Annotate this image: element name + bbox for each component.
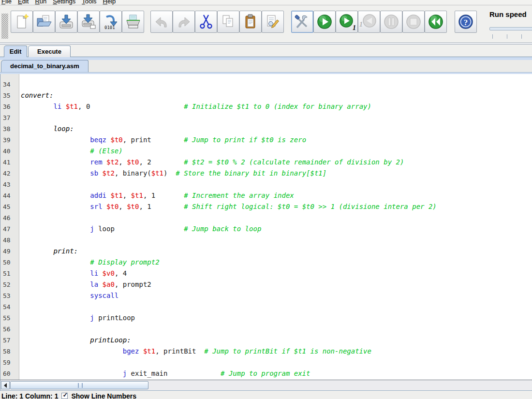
open-button[interactable]	[33, 11, 55, 33]
run-speed-slider[interactable]	[489, 27, 532, 30]
slider-tick	[492, 34, 493, 39]
backstep-badge: 1	[359, 21, 363, 29]
file-tab-decimal-to-binary[interactable]: decimal_to_binary.asm	[1, 60, 89, 72]
code-line: 47 j loop # Jump back to loop	[0, 223, 532, 235]
redo-button	[173, 11, 195, 33]
code-line: 60 j exit_main # Jump to program exit	[0, 368, 532, 379]
line-number: 47	[0, 223, 19, 235]
code-line: 35convert:	[0, 90, 532, 101]
line-number: 60	[0, 368, 19, 379]
code-line: 46	[0, 212, 532, 223]
cut-button[interactable]	[195, 11, 217, 33]
scroll-left-arrow[interactable]	[1, 381, 10, 389]
toolbar-drag-handle[interactable]	[1, 14, 8, 39]
scrollbar-grip-icon	[78, 383, 83, 388]
main-tab-bar: Edit Execute	[0, 45, 532, 57]
line-number: 54	[0, 301, 19, 312]
code-line: 48	[0, 235, 532, 246]
tab-execute[interactable]: Execute	[28, 45, 71, 57]
print-button[interactable]	[122, 11, 144, 33]
horizontal-scrollbar[interactable]	[0, 380, 532, 391]
code-line: 59	[0, 357, 532, 368]
dump-memory-button[interactable]: 0101	[100, 11, 122, 33]
status-bar: Line: 1 Column: 1 ✓ Show Line Numbers	[0, 391, 532, 399]
line-number: 58	[0, 346, 19, 357]
run-speed-label: Run speed	[489, 10, 532, 18]
save-button[interactable]	[55, 11, 77, 33]
code-line: 40 # (Else)	[0, 146, 532, 157]
menu-file[interactable]: File	[1, 0, 12, 5]
code-lines: 3435convert:36 li $t1, 0 # Initialize $t…	[0, 79, 532, 379]
scrollbar-thumb[interactable]	[10, 381, 148, 389]
line-number: 46	[0, 212, 19, 223]
line-number: 49	[0, 246, 19, 257]
code-line: 43	[0, 179, 532, 190]
line-number: 36	[0, 101, 19, 112]
menu-settings[interactable]: Settings	[53, 0, 75, 5]
code-line: 39 beqz $t0, print # Jump to print if $t…	[0, 134, 532, 146]
line-number: 59	[0, 357, 19, 368]
toolbar: 010111? Run speed	[0, 5, 532, 43]
paste-button[interactable]	[239, 11, 262, 33]
toolbar-separator	[0, 43, 532, 44]
line-number: 42	[0, 168, 19, 179]
menu-tools[interactable]: Tools	[82, 0, 96, 5]
left-triangle-icon	[4, 383, 7, 388]
show-line-numbers-checkbox[interactable]: ✓	[61, 393, 68, 399]
copy-button[interactable]	[217, 11, 239, 33]
find-replace-button[interactable]	[262, 11, 284, 33]
code-line: 45 srl $t0, $t0, 1 # Shift right logical…	[0, 201, 532, 212]
new-button[interactable]	[11, 11, 33, 33]
code-line: 54	[0, 301, 532, 312]
run-button[interactable]	[313, 11, 336, 33]
code-line: 51 li $v0, 4	[0, 268, 532, 279]
line-number: 48	[0, 235, 19, 246]
menu-run[interactable]: Run	[35, 0, 46, 5]
line-number: 55	[0, 312, 19, 324]
assemble-button[interactable]	[291, 11, 313, 33]
menu-edit[interactable]: Edit	[18, 0, 29, 5]
file-tab-bar: decimal_to_binary.asm	[0, 60, 532, 72]
code-line: 34	[0, 79, 532, 90]
line-number: 44	[0, 190, 19, 201]
tab-edit[interactable]: Edit	[4, 45, 27, 57]
line-number: 52	[0, 279, 19, 290]
backstep-button: 1	[358, 11, 380, 33]
line-number: 41	[0, 157, 19, 168]
code-line: 42 sb $t2, binary($t1) # Store the binar…	[0, 168, 532, 179]
line-number: 53	[0, 290, 19, 301]
line-number: 38	[0, 123, 19, 134]
code-line: 55 j printLoop	[0, 312, 532, 324]
code-line: 53 syscall	[0, 290, 532, 301]
code-line: 44 addi $t1, $t1, 1 # Increment the arra…	[0, 190, 532, 201]
line-number: 45	[0, 201, 19, 212]
slider-tick	[507, 34, 507, 39]
stop-button	[402, 11, 425, 33]
code-line: 41 rem $t2, $t0, 2 # $t2 = $t0 % 2 (calc…	[0, 157, 532, 168]
code-line: 49 print:	[0, 246, 532, 257]
show-line-numbers-label[interactable]: Show Line Numbers	[71, 392, 136, 399]
svg-text:0101: 0101	[104, 25, 115, 30]
svg-text:?: ?	[464, 18, 468, 27]
code-line: 38 loop:	[0, 123, 532, 134]
code-line: 36 li $t1, 0 # Initialize $t1 to 0 (inde…	[0, 101, 532, 112]
line-number: 43	[0, 179, 19, 190]
save-as-button[interactable]	[77, 11, 100, 33]
menu-bar: FileEditRunSettingsToolsHelp	[0, 0, 532, 5]
line-number: 57	[0, 335, 19, 346]
code-line: 52 la $a0, prompt2	[0, 279, 532, 290]
line-number: 40	[0, 146, 19, 157]
code-editor[interactable]: 3435convert:36 li $t1, 0 # Initialize $t…	[0, 74, 532, 380]
help-button[interactable]: ?	[455, 11, 477, 33]
code-line: 37	[0, 112, 532, 123]
code-line: 58 bgez $t1, printBit # Jump to printBit…	[0, 346, 532, 357]
code-line: 50 # Display prompt2	[0, 257, 532, 268]
code-line: 57 printLoop:	[0, 335, 532, 346]
reset-button[interactable]	[425, 11, 447, 33]
caret-position-label: Line: 1 Column: 1	[1, 392, 58, 399]
run-speed-ticks	[489, 34, 532, 39]
line-number: 56	[0, 324, 19, 335]
undo-button	[150, 11, 173, 33]
step-button[interactable]: 1	[336, 11, 358, 33]
menu-help[interactable]: Help	[103, 0, 116, 5]
